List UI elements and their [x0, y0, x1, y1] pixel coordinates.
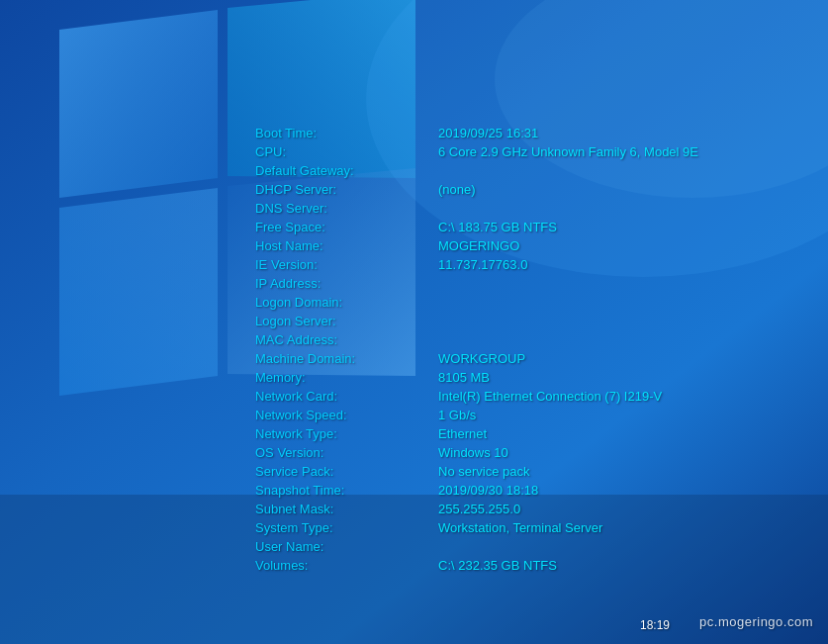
- info-row: Host Name:MOGERINGO: [255, 236, 698, 255]
- info-row: Network Card:Intel(R) Ethernet Connectio…: [255, 387, 698, 406]
- info-value: Ethernet: [438, 424, 487, 443]
- info-label: Network Type:: [255, 424, 438, 443]
- info-value: 6 Core 2.9 GHz Unknown Family 6, Model 9…: [438, 142, 698, 161]
- info-label: Host Name:: [255, 236, 438, 255]
- info-label: DHCP Server:: [255, 180, 438, 199]
- info-label: OS Version:: [255, 443, 438, 462]
- info-value: 2019/09/25 16:31: [438, 124, 538, 142]
- info-label: Subnet Mask:: [255, 500, 438, 518]
- taskbar-clock: 18:19: [640, 618, 670, 632]
- info-row: Network Speed:1 Gb/s: [255, 406, 698, 424]
- info-value: C:\ 183.75 GB NTFS: [438, 218, 557, 236]
- info-label: Machine Domain:: [255, 349, 438, 368]
- info-value: 2019/09/30 18:18: [438, 481, 538, 500]
- info-label: DNS Server:: [255, 199, 438, 218]
- info-label: Volumes:: [255, 556, 438, 575]
- info-label: Memory:: [255, 368, 438, 387]
- info-label: Network Speed:: [255, 406, 438, 424]
- info-label: IP Address:: [255, 274, 438, 293]
- info-row: Boot Time:2019/09/25 16:31: [255, 124, 698, 142]
- info-value: Intel(R) Ethernet Connection (7) I219-V: [438, 387, 662, 406]
- info-value: Workstation, Terminal Server: [438, 518, 602, 537]
- info-label: Boot Time:: [255, 124, 438, 142]
- info-label: Logon Server:: [255, 312, 438, 330]
- info-value: No service pack: [438, 462, 529, 481]
- info-label: MAC Address:: [255, 330, 438, 349]
- system-info-panel: Boot Time:2019/09/25 16:31CPU:6 Core 2.9…: [255, 124, 698, 575]
- info-label: Logon Domain:: [255, 293, 438, 312]
- info-label: Free Space:: [255, 218, 438, 236]
- info-value: 11.737.17763.0: [438, 255, 527, 274]
- info-row: OS Version:Windows 10: [255, 443, 698, 462]
- info-row: Network Type:Ethernet: [255, 424, 698, 443]
- info-value: C:\ 232.35 GB NTFS: [438, 556, 557, 575]
- info-row: IP Address:: [255, 274, 698, 293]
- info-row: Service Pack:No service pack: [255, 462, 698, 481]
- info-value: WORKGROUP: [438, 349, 525, 368]
- info-row: Default Gateway:: [255, 161, 698, 180]
- info-row: Subnet Mask:255.255.255.0: [255, 500, 698, 518]
- info-row: DNS Server:: [255, 199, 698, 218]
- info-row: Machine Domain:WORKGROUP: [255, 349, 698, 368]
- info-row: Snapshot Time:2019/09/30 18:18: [255, 481, 698, 500]
- info-row: Logon Domain:: [255, 293, 698, 312]
- info-label: Default Gateway:: [255, 161, 438, 180]
- info-label: CPU:: [255, 142, 438, 161]
- info-row: Memory:8105 MB: [255, 368, 698, 387]
- info-row: System Type:Workstation, Terminal Server: [255, 518, 698, 537]
- info-value: (none): [438, 180, 476, 199]
- info-row: CPU:6 Core 2.9 GHz Unknown Family 6, Mod…: [255, 142, 698, 161]
- info-row: DHCP Server:(none): [255, 180, 698, 199]
- info-value: 1 Gb/s: [438, 406, 476, 424]
- info-row: IE Version:11.737.17763.0: [255, 255, 698, 274]
- info-label: System Type:: [255, 518, 438, 537]
- info-label: Service Pack:: [255, 462, 438, 481]
- info-label: IE Version:: [255, 255, 438, 274]
- info-value: 8105 MB: [438, 368, 490, 387]
- info-value: Windows 10: [438, 443, 508, 462]
- info-label: Snapshot Time:: [255, 481, 438, 500]
- info-row: MAC Address:: [255, 330, 698, 349]
- info-value: MOGERINGO: [438, 236, 519, 255]
- watermark: pc.mogeringo.com: [699, 614, 813, 629]
- info-label: User Name:: [255, 537, 438, 556]
- info-row: Free Space:C:\ 183.75 GB NTFS: [255, 218, 698, 236]
- info-row: Volumes:C:\ 232.35 GB NTFS: [255, 556, 698, 575]
- info-label: Network Card:: [255, 387, 438, 406]
- info-value: 255.255.255.0: [438, 500, 520, 518]
- info-row: Logon Server:: [255, 312, 698, 330]
- info-row: User Name:: [255, 537, 698, 556]
